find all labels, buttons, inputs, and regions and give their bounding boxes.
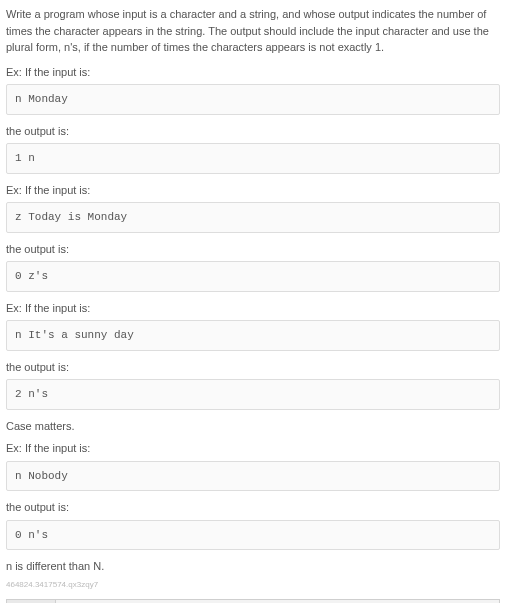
lab-score-area: 0 / 10 [431, 600, 499, 604]
example-output: 0 z's [6, 261, 500, 292]
assignment-id: 464824.3417574.qx3zqy7 [6, 579, 500, 591]
lab-activity-bar: LAB ACTIVITY 4.15.1: LAB: Count characte… [6, 599, 500, 604]
example-output: 2 n's [6, 379, 500, 410]
case-note: Case matters. [6, 418, 500, 435]
example-input: n Monday [6, 84, 500, 115]
example-intro: Ex: If the input is: [6, 440, 500, 457]
example-output-label: the output is: [6, 359, 500, 376]
example-output-label: the output is: [6, 241, 500, 258]
lab-title: 4.15.1: LAB: Count characters [56, 600, 431, 604]
problem-description: Write a program whose input is a charact… [6, 6, 500, 56]
example-input: n It's a sunny day [6, 320, 500, 351]
lab-badge: LAB ACTIVITY [7, 600, 56, 604]
example-intro: Ex: If the input is: [6, 300, 500, 317]
example-output: 0 n's [6, 520, 500, 551]
example-output: 1 n [6, 143, 500, 174]
example-intro: Ex: If the input is: [6, 182, 500, 199]
example-output-label: the output is: [6, 499, 500, 516]
example-output-label: the output is: [6, 123, 500, 140]
example-input: z Today is Monday [6, 202, 500, 233]
example-input: n Nobody [6, 461, 500, 492]
example-intro: Ex: If the input is: [6, 64, 500, 81]
case-explanation: n is different than N. [6, 558, 500, 575]
